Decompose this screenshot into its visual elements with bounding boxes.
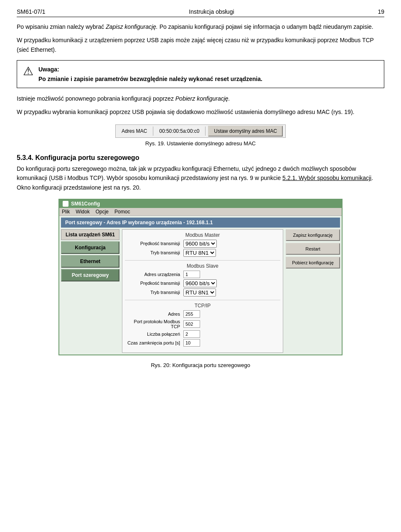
warning-text: Uwaga: Po zmianie i zapisie parametrów b… [38,65,262,84]
slave-addr-label: Adres urządzenia [125,272,183,277]
app-content: Lista urządzeń SM61 Konfiguracja Etherne… [59,228,342,355]
header-right: 19 [378,8,384,15]
tcp-port-value: 502 [183,320,280,328]
tcp-port-label: Port protokołu Modbus TCP [125,319,183,329]
app-menubar: Plik Widok Opcje Pomoc [59,208,342,216]
master-mode-select[interactable]: RTU 8N1 [183,249,216,257]
master-speed-label: Prędkość transmisji [125,241,183,246]
slave-addr-row: Adres urządzenia 1 [125,271,280,278]
paragraph-2: W przypadku komunikacji z urządzeniem po… [17,35,384,54]
app-topbar: Port szeregowy - Adres IP wybranego urzą… [61,218,340,228]
slave-mode-value[interactable]: RTU 8N1 [183,289,280,296]
mac-bar: Adres MAC 00:50:00:5a:00:c0 Ustaw domyśl… [115,124,286,138]
restart-button[interactable]: Restart [286,243,340,255]
set-default-mac-button[interactable]: Ustaw domyślny adres MAC [208,126,283,137]
tcp-addr-static: 255 [183,310,200,318]
app-title-icon [63,201,69,207]
slave-speed-label: Prędkość transmisji [125,281,183,286]
slave-mode-label: Tryb transmisji [125,290,183,295]
paragraph-3: Istnieje możliwość ponownego pobrania ko… [17,94,384,103]
save-config-button[interactable]: Zapisz konfigurację [286,229,340,241]
slave-mode-select[interactable]: RTU 8N1 [183,289,216,296]
app-titlebar: SM61Config [59,200,342,208]
tcp-connections-static: 2 [183,330,200,338]
header-center: Instrukcja obsługi [189,8,234,15]
app-title: SM61Config [71,201,100,207]
tcp-timeout-label: Czas zamknięcia portu [s] [125,340,183,345]
mac-label: Adres MAC [116,127,153,136]
paragraph-1: Po wpisaniu zmian należy wybrać Zapisz k… [17,22,384,31]
tcp-addr-row: Adres 255 [125,310,280,318]
menu-widok[interactable]: Widok [76,209,89,215]
slave-addr-static: 1 [183,271,200,278]
tcp-addr-value: 255 [183,310,280,318]
section-heading: 5.3.4. Konfiguracja portu szeregowego [17,154,384,162]
app-sidebar: Lista urządzeń SM61 Konfiguracja Etherne… [61,229,119,353]
app-caption: Rys. 20: Konfiguracja portu szeregowego [17,362,384,368]
modbus-slave-section: Modbus Slave Adres urządzenia 1 Prędkość… [125,263,280,296]
master-speed-select[interactable]: 9600 bit/s [183,240,217,248]
master-speed-value[interactable]: 9600 bit/s [183,240,280,248]
slave-speed-select[interactable]: 9600 bit/s [183,279,217,287]
mac-figure: Adres MAC 00:50:00:5a:00:c0 Ustaw domyśl… [17,124,384,147]
tcp-port-row: Port protokołu Modbus TCP 502 [125,319,280,329]
tcp-timeout-static: 10 [183,339,200,347]
page-header: SM61-07/1 Instrukcja obsługi 19 [17,8,384,17]
mac-value: 00:50:00:5a:00:c0 [153,127,206,136]
sidebar-btn-konfiguracja[interactable]: Konfiguracja [61,241,119,254]
modbus-master-section: Modbus Master Prędkość transmisji 9600 b… [125,232,280,257]
tcp-port-static: 502 [183,320,200,328]
sidebar-header: Lista urządzeń SM61 [61,229,119,240]
tcp-timeout-row: Czas zamknięcia portu [s] 10 [125,339,280,347]
modbus-slave-title: Modbus Slave [125,263,280,269]
load-config-button[interactable]: Pobierz konfigurację [286,257,340,269]
tcp-connections-label: Liczba połączeń [125,332,183,337]
slave-speed-row: Prędkość transmisji 9600 bit/s [125,279,280,287]
menu-plik[interactable]: Plik [62,209,70,215]
slave-mode-row: Tryb transmisji RTU 8N1 [125,289,280,296]
tcp-connections-row: Liczba połączeń 2 [125,330,280,338]
sidebar-btn-port-szeregowy[interactable]: Port szeregowy [61,269,119,281]
warning-icon: ⚠ [23,66,33,77]
header-left: SM61-07/1 [17,8,45,15]
tcp-connections-value: 2 [183,330,280,338]
master-speed-row: Prędkość transmisji 9600 bit/s [125,240,280,248]
section-body: Do konfiguracji portu szeregowego można,… [17,164,384,192]
tcp-ip-title: TCP/IP [125,303,280,309]
tcp-ip-section: TCP/IP Adres 255 Port protokołu Modbus T… [125,303,280,347]
app-main-panel: Modbus Master Prędkość transmisji 9600 b… [122,229,283,353]
mac-figure-caption: Rys. 19. Ustawienie domyślnego adresu MA… [17,140,384,147]
slave-speed-value[interactable]: 9600 bit/s [183,279,280,287]
menu-pomoc[interactable]: Pomoc [114,209,130,215]
master-mode-label: Tryb transmisji [125,250,183,255]
sidebar-btn-ethernet[interactable]: Ethernet [61,255,119,268]
slave-addr-value: 1 [183,271,280,278]
app-window: SM61Config Plik Widok Opcje Pomoc Port s… [58,199,343,355]
paragraph-4: W przypadku wybrania komunikacji poprzez… [17,107,384,117]
master-mode-value[interactable]: RTU 8N1 [183,249,280,257]
app-actions: Zapisz konfigurację Restart Pobierz konf… [286,229,340,353]
tcp-addr-label: Adres [125,312,183,317]
menu-opcje[interactable]: Opcje [96,209,109,215]
tcp-timeout-value: 10 [183,339,280,347]
modbus-master-title: Modbus Master [125,232,280,238]
warning-box: ⚠ Uwaga: Po zmianie i zapisie parametrów… [17,60,384,88]
master-mode-row: Tryb transmisji RTU 8N1 [125,249,280,257]
